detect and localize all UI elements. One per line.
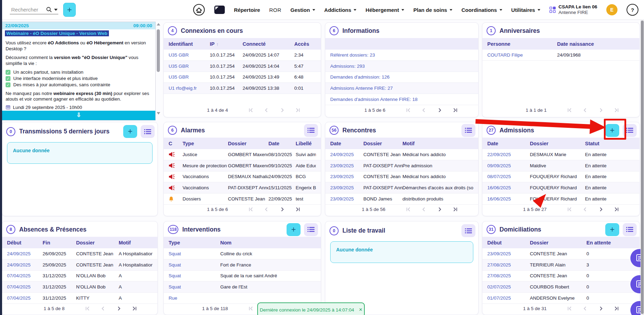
nav-item-plan-de-soins[interactable]: Plan de soins xyxy=(413,7,452,13)
nav-item-ror[interactable]: ROR xyxy=(269,7,281,13)
list-view-button[interactable] xyxy=(141,125,155,138)
last-page-button[interactable] xyxy=(132,306,137,312)
table-row[interactable]: SquatGare de l'Est xyxy=(164,281,321,293)
table-row[interactable]: 07/04/202531/12/2025N'OLLAN BobA xyxy=(2,271,157,282)
list-view-button[interactable] xyxy=(623,124,637,137)
user-avatar[interactable]: E xyxy=(606,4,617,15)
table-row[interactable]: SquatColline du crick xyxy=(164,248,321,259)
table-row[interactable]: 23/09/2025PAT-DIXSEPT AnneDémarches d'ac… xyxy=(325,182,478,193)
table-row[interactable]: 07/04/202531/12/2025N'OLLAN BobA xyxy=(2,281,157,293)
next-page-button[interactable] xyxy=(116,306,121,312)
nav-item-addictions[interactable]: Addictions xyxy=(324,7,357,13)
table-cell[interactable]: 24/09/2025 xyxy=(330,152,363,157)
table-cell[interactable]: Squat xyxy=(169,284,220,290)
table-row[interactable]: 23/09/2025CONTESTE JeanMédical hors addi… xyxy=(325,171,478,183)
nav-item-utilitaires[interactable]: Utilitaires xyxy=(511,7,540,13)
table-row[interactable]: 07/04/202531/12/2025KITTYA xyxy=(2,293,157,304)
table-cell[interactable]: Rue xyxy=(169,295,220,301)
search-input[interactable] xyxy=(10,6,44,13)
table-row[interactable]: 16/06/2025FOUQUERAY RichardEn attente xyxy=(482,193,639,205)
scroll-down-icon[interactable] xyxy=(157,112,160,115)
search-icon[interactable] xyxy=(46,7,52,13)
table-row[interactable]: Demandes d'admission: 126 xyxy=(325,72,478,83)
home-button[interactable] xyxy=(193,3,205,16)
last-page-button[interactable] xyxy=(614,306,619,312)
table-cell[interactable]: 07/04/2025 xyxy=(7,284,43,290)
nav-item-gestion[interactable]: Gestion xyxy=(290,7,315,13)
table-cell[interactable]: 22/09/2025 xyxy=(487,152,530,157)
organization-switcher[interactable]: CSAPA Le lien 06 Antenne FIRE xyxy=(549,4,597,15)
list-view-button[interactable] xyxy=(304,124,318,137)
table-cell[interactable]: 01/07/2025 xyxy=(487,295,530,301)
table-cell[interactable]: U35 GBR xyxy=(169,64,210,69)
table-row[interactable]: 24/09/2025CONTESTE JeanMédical hors addi… xyxy=(325,149,478,160)
table-row[interactable]: 08/07/2025FOUQUERAY RichardEn attente xyxy=(482,171,639,183)
global-add-button[interactable]: + xyxy=(63,3,76,17)
table-row[interactable]: 02/07/2025COURBOS Robert0 xyxy=(482,281,639,293)
next-page-button[interactable] xyxy=(437,207,442,212)
table-cell[interactable]: 02/07/2025 xyxy=(487,284,530,290)
table-row[interactable]: Demandes d'admission Antenne FIRE: 18 xyxy=(325,94,478,105)
table-row[interactable]: 09/09/2025MaldiveEn attente xyxy=(482,160,639,171)
table-row[interactable]: 01/07/2025ANDERSON Evelyne0 xyxy=(482,293,639,304)
table-cell[interactable]: Squat xyxy=(169,251,220,256)
table-cell[interactable]: 24/09/2025 xyxy=(7,262,43,268)
table-row[interactable]: JusticeGOMBERT Maxence08/10/2025Suivi ad… xyxy=(164,149,321,160)
news-download-banner[interactable]: ⇩ xyxy=(2,111,155,120)
next-page-button[interactable] xyxy=(280,207,285,212)
sort-column-ip[interactable]: IP↑ xyxy=(210,41,243,47)
table-row[interactable]: SquatSquat de la rue saint André xyxy=(164,271,321,282)
nav-item-coordinations[interactable]: Coordinations xyxy=(461,7,502,13)
table-row[interactable]: Admissions: 293 xyxy=(325,61,478,72)
list-view-button[interactable] xyxy=(623,223,637,236)
add-transmission-button[interactable]: + xyxy=(123,125,137,138)
last-page-button[interactable] xyxy=(453,107,458,113)
table-cell[interactable]: 09/09/2025 xyxy=(487,163,530,168)
help-button[interactable]: ? xyxy=(627,4,638,16)
table-row[interactable]: 23/09/2025BOND Jamesdistribution produit… xyxy=(325,193,478,205)
next-page-button[interactable] xyxy=(598,306,604,312)
table-row[interactable]: DossiersCONTESTE Jean22/09/2025test xyxy=(164,193,321,205)
table-row[interactable]: 22/09/2025DESMAUX MarieEn attente xyxy=(482,149,639,160)
table-row[interactable]: U35 GBR10.0.17.25424/09/2025 13:496:48 xyxy=(164,72,321,83)
next-page-button[interactable] xyxy=(437,107,442,113)
table-row[interactable]: U1 rfo@eig.fr10.0.17.25424/09/2025 13:38… xyxy=(164,83,321,94)
table-cell[interactable]: 27/08/2025 xyxy=(487,262,530,268)
table-row[interactable]: Référent dossiers: 23 xyxy=(325,50,478,61)
table-cell[interactable]: Référent dossiers: 23 xyxy=(330,52,473,58)
next-page-button[interactable] xyxy=(598,207,604,212)
table-row[interactable]: VaccinationsPAT-DIXSEPT Anne15/11/2025En… xyxy=(164,182,321,193)
nav-item-hébergement[interactable]: Hébergement xyxy=(365,7,404,13)
table-cell[interactable]: 07/04/2025 xyxy=(7,295,43,301)
table-cell[interactable]: 07/04/2025 xyxy=(7,273,43,278)
table-row[interactable]: 24/09/202525/09/2025CONTESTE JeanA Hospi… xyxy=(2,259,157,271)
table-cell[interactable]: 16/06/2025 xyxy=(487,196,530,202)
table-row[interactable]: COUTARD Filipe24/09/1968 xyxy=(482,50,639,61)
table-row[interactable]: Admissions Antenne FIRE: 27 xyxy=(325,83,478,94)
close-icon[interactable]: × xyxy=(359,307,362,313)
table-cell[interactable]: 23/09/2025 xyxy=(330,174,363,179)
table-cell[interactable]: 23/09/2025 xyxy=(330,163,363,168)
side-panel-toggle-icon[interactable] xyxy=(214,6,225,14)
list-view-button[interactable] xyxy=(461,124,475,137)
table-cell[interactable]: 23/09/2025 xyxy=(330,196,363,202)
list-view-button[interactable] xyxy=(461,224,475,237)
table-row[interactable]: 16/06/2025FOUQUERAY RichardEn attente xyxy=(482,182,639,193)
table-cell[interactable]: U1 rfo@eig.fr xyxy=(169,86,210,91)
table-cell[interactable]: 23/09/2025 xyxy=(330,185,363,190)
last-page-button[interactable] xyxy=(614,207,619,212)
table-cell[interactable]: 24/09/2025 xyxy=(7,251,43,256)
add-admission-button[interactable]: + xyxy=(605,124,619,137)
list-view-button[interactable] xyxy=(304,223,318,236)
table-row[interactable]: 24/09/202526/09/2025CONTESTE JeanA Hospi… xyxy=(2,248,157,259)
news-scrollbar[interactable] xyxy=(156,22,161,115)
add-intervention-button[interactable]: + xyxy=(287,223,301,236)
search-scope-chevron-icon[interactable] xyxy=(54,9,58,11)
add-domiciliation-button[interactable]: + xyxy=(605,223,619,236)
table-row[interactable]: VaccinationsDESMAUX Nathalia24/09/2025BC… xyxy=(164,171,321,183)
table-row[interactable]: SquatFort de France xyxy=(164,259,321,271)
page-scrollbar[interactable] xyxy=(641,20,644,315)
table-row[interactable]: Mesure de protectionGOMBERT Maxence09/10… xyxy=(164,160,321,171)
table-cell[interactable]: U35 GBR xyxy=(169,52,210,58)
table-cell[interactable]: Squat xyxy=(169,273,220,278)
